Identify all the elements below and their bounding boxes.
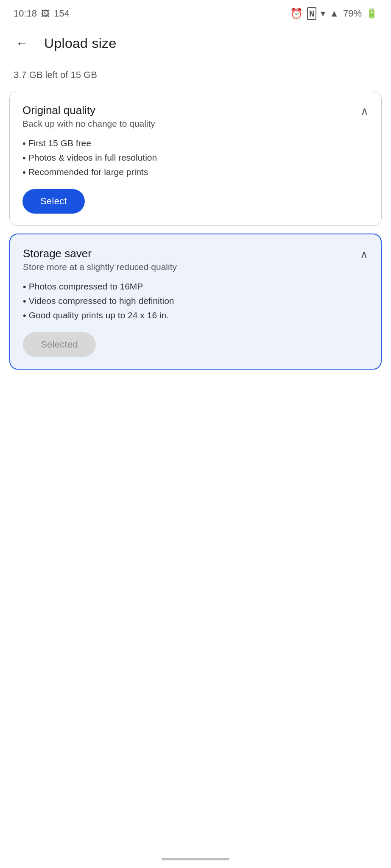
wifi-icon: ▾ (321, 8, 325, 19)
bullet-icon: • (22, 153, 26, 164)
feature-text: First 15 GB free (28, 138, 91, 148)
storage-saver-card: Storage saver Store more at a slightly r… (9, 234, 382, 370)
feature-text: Recommended for large prints (28, 167, 148, 177)
bullet-icon: • (22, 138, 26, 149)
storage-info: 3.7 GB left of 15 GB (0, 61, 391, 91)
feature-item: • Photos compressed to 16MP (23, 281, 368, 292)
status-right: ⏰ N ▾ ▲ 79% 🔋 (290, 7, 377, 20)
feature-item: • Recommended for large prints (22, 167, 369, 178)
cards-container: Original quality Back up with no change … (0, 91, 391, 377)
selected-button: Selected (23, 332, 96, 357)
storage-saver-features: • Photos compressed to 16MP • Videos com… (23, 281, 368, 321)
status-time: 10:18 (14, 8, 37, 19)
back-button[interactable]: ← (12, 33, 32, 53)
battery-text: 79% (343, 8, 362, 19)
battery-icon: 🔋 (366, 8, 377, 19)
bullet-icon: • (23, 296, 26, 307)
home-indicator (162, 858, 229, 860)
feature-item: • Good quality prints up to 24 x 16 in. (23, 310, 368, 321)
feature-text: Photos compressed to 16MP (29, 281, 143, 292)
bullet-icon: • (23, 310, 26, 321)
status-left: 10:18 🖼 154 (14, 8, 70, 19)
original-quality-features: • First 15 GB free • Photos & videos in … (22, 138, 369, 178)
storage-info-text: 3.7 GB left of 15 GB (14, 70, 97, 80)
original-quality-header: Original quality Back up with no change … (22, 104, 369, 129)
signal-icon: ▲ (330, 8, 339, 19)
storage-saver-title-block: Storage saver Store more at a slightly r… (23, 247, 360, 272)
feature-item: • First 15 GB free (22, 138, 369, 149)
feature-text: Photos & videos in full resolution (28, 153, 157, 163)
nfc-icon: N (307, 7, 316, 20)
photos-icon: 🖼 (41, 9, 50, 19)
storage-saver-subtitle: Store more at a slightly reduced quality (23, 262, 360, 272)
feature-text: Videos compressed to high definition (29, 296, 174, 306)
alarm-icon: ⏰ (290, 8, 303, 19)
original-quality-title: Original quality (22, 104, 360, 117)
back-arrow-icon: ← (16, 36, 28, 50)
bullet-icon: • (23, 281, 26, 292)
photo-count: 154 (54, 8, 70, 19)
original-quality-card: Original quality Back up with no change … (9, 91, 382, 226)
select-button[interactable]: Select (22, 189, 85, 214)
bullet-icon: • (22, 167, 26, 178)
top-nav: ← Upload size (0, 25, 391, 61)
page-title: Upload size (44, 36, 117, 51)
original-quality-title-block: Original quality Back up with no change … (22, 104, 360, 129)
feature-item: • Photos & videos in full resolution (22, 153, 369, 164)
feature-text: Good quality prints up to 24 x 16 in. (29, 310, 169, 320)
storage-saver-title: Storage saver (23, 247, 360, 260)
original-quality-subtitle: Back up with no change to quality (22, 119, 360, 129)
feature-item: • Videos compressed to high definition (23, 296, 368, 307)
storage-saver-header: Storage saver Store more at a slightly r… (23, 247, 368, 272)
original-quality-chevron-icon: ∧ (360, 105, 369, 118)
status-bar: 10:18 🖼 154 ⏰ N ▾ ▲ 79% 🔋 (0, 0, 391, 25)
storage-saver-chevron-icon: ∧ (360, 248, 368, 261)
